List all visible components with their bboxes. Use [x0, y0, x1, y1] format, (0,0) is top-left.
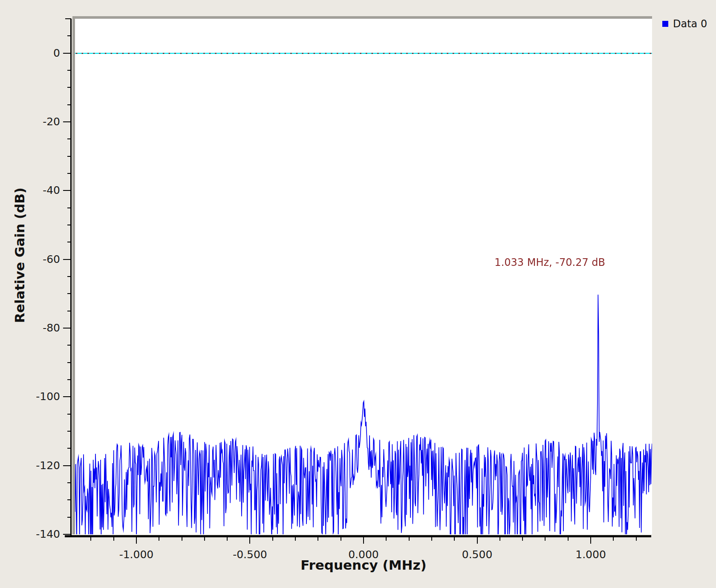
x-minor-tick: [568, 537, 569, 541]
y-minor-tick: [67, 517, 71, 518]
y-major-tick: [63, 534, 71, 535]
x-major-tick: [249, 537, 250, 544]
x-minor-tick: [272, 537, 273, 541]
y-minor-tick: [67, 87, 71, 88]
legend: Data 0: [662, 18, 707, 30]
y-major-tick: [63, 190, 71, 191]
spectrum-trace-canvas[interactable]: [75, 19, 652, 534]
x-minor-tick: [613, 537, 614, 541]
x-minor-tick: [204, 537, 205, 541]
x-minor-tick: [341, 537, 341, 541]
x-minor-tick: [499, 537, 500, 541]
y-minor-tick: [67, 138, 71, 139]
y-axis-title: Relative Gain (dB): [12, 187, 27, 323]
x-minor-tick: [636, 537, 637, 541]
y-minor-tick: [67, 293, 71, 294]
x-minor-tick: [454, 537, 455, 541]
x-minor-tick: [90, 537, 91, 541]
x-major-tick: [363, 537, 364, 544]
y-minor-tick: [67, 276, 71, 277]
x-minor-tick: [545, 537, 546, 541]
y-tick-label: -140: [13, 528, 60, 541]
y-minor-tick: [67, 104, 71, 105]
y-medium-tick: [65, 18, 71, 19]
y-major-tick: [63, 465, 71, 466]
x-minor-tick: [182, 537, 182, 541]
y-minor-tick: [67, 242, 71, 242]
x-minor-tick: [227, 537, 228, 541]
peak-marker-annotation: 1.033 MHz, -70.27 dB: [426, 257, 605, 268]
legend-label-data0: Data 0: [673, 18, 707, 30]
y-major-tick: [63, 259, 71, 260]
x-minor-tick: [113, 537, 114, 541]
y-minor-tick: [67, 499, 71, 500]
y-major-tick: [63, 53, 71, 54]
y-minor-tick: [67, 156, 71, 157]
x-minor-tick: [431, 537, 432, 541]
legend-swatch-data0: [662, 21, 668, 27]
x-major-tick: [477, 537, 478, 544]
x-minor-tick: [386, 537, 387, 541]
y-minor-tick: [67, 482, 71, 483]
x-major-tick: [136, 537, 137, 544]
y-minor-tick: [67, 431, 71, 432]
y-minor-tick: [67, 379, 71, 380]
y-major-tick: [63, 396, 71, 397]
x-minor-tick: [159, 537, 159, 541]
x-axis-line: [65, 535, 651, 537]
x-axis-title: Frequency (MHz): [75, 557, 652, 573]
x-minor-tick: [318, 537, 318, 541]
spectrum-plot-window: 0-20-40-60-80-100-120-140 -1.000-0.5000.…: [0, 0, 716, 588]
y-minor-tick: [67, 35, 71, 36]
y-minor-tick: [67, 345, 71, 346]
y-minor-tick: [67, 448, 71, 449]
x-minor-tick: [522, 537, 523, 541]
y-axis-title-wrap: Relative Gain (dB): [10, 19, 29, 492]
x-minor-tick: [409, 537, 410, 541]
y-axis-line: [70, 19, 72, 536]
y-minor-tick: [67, 225, 71, 225]
y-minor-tick: [67, 362, 71, 363]
y-minor-tick: [67, 173, 71, 174]
y-major-tick: [63, 328, 71, 329]
x-minor-tick: [295, 537, 296, 541]
y-major-tick: [63, 121, 71, 122]
y-minor-tick: [67, 208, 71, 208]
y-minor-tick: [67, 70, 71, 71]
y-minor-tick: [67, 311, 71, 311]
plot-area: [75, 19, 652, 534]
x-major-tick: [590, 537, 591, 544]
y-minor-tick: [67, 414, 71, 415]
